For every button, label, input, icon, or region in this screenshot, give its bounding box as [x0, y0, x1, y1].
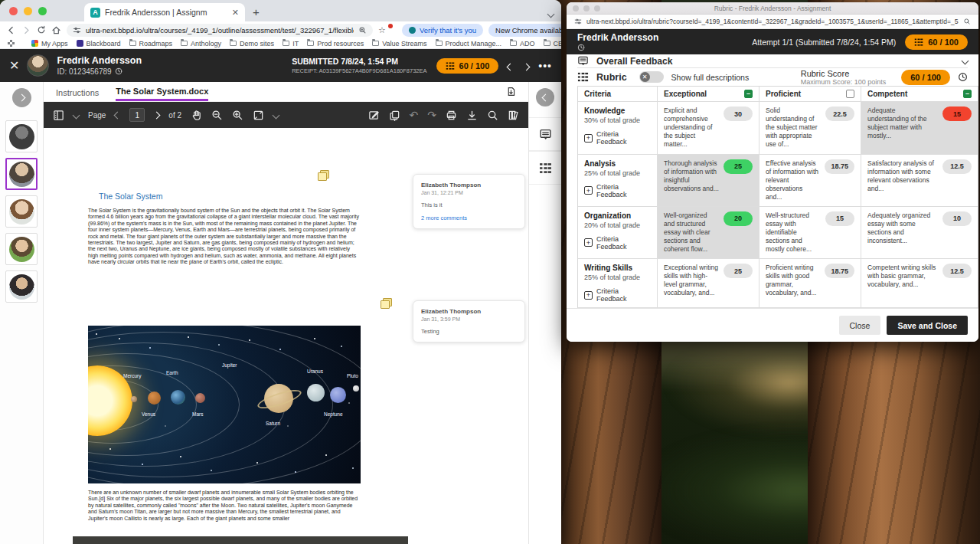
forward-icon[interactable] [21, 25, 31, 35]
student-tile-1[interactable] [5, 120, 38, 152]
redo-icon[interactable]: ↷ [427, 110, 436, 120]
add-feedback-icon[interactable]: + [584, 134, 593, 143]
site-settings-icon[interactable] [574, 18, 582, 25]
fit-chevron-icon[interactable] [273, 110, 279, 120]
download-file-icon[interactable] [506, 87, 516, 97]
maximize-window-button[interactable] [38, 7, 47, 15]
previous-page-icon[interactable] [115, 110, 120, 120]
history-clock-icon[interactable] [577, 44, 658, 51]
bookmark-folder[interactable]: Value Streams [372, 40, 426, 48]
zoom-page-icon[interactable] [963, 18, 971, 25]
browser-tab[interactable]: A Fredrik Andersson | Assignm ✕ [84, 3, 245, 21]
apps-grid-icon[interactable] [8, 40, 15, 47]
close-window-button[interactable] [9, 7, 18, 15]
maximize-window-button[interactable] [594, 5, 600, 11]
level-cell[interactable]: Satisfactory analysis of information wit… [861, 155, 978, 206]
bookmark-folder[interactable]: Demo sites [230, 40, 274, 48]
thumbnails-panel-icon[interactable] [53, 110, 64, 121]
level-cell[interactable]: Solid understanding of the subject matte… [760, 102, 861, 153]
rubric-panel-icon[interactable] [529, 151, 562, 185]
library-icon[interactable] [508, 110, 519, 121]
add-feedback-icon[interactable]: + [584, 186, 593, 195]
bookmark-folder[interactable]: Anthology [181, 40, 221, 48]
points-pill[interactable]: 30 [724, 107, 753, 121]
bookmark-blackboard[interactable]: Blackboard [77, 40, 121, 48]
column-checkbox-indeterminate[interactable]: – [963, 90, 972, 98]
criteria-feedback-button[interactable]: +Criteria Feedback [584, 235, 651, 251]
grade-pill[interactable]: 60 / 100 [436, 58, 499, 74]
level-cell[interactable]: Well-structured essay with identifiable … [760, 207, 861, 258]
save-and-close-button[interactable]: Save and Close [887, 316, 968, 335]
popup-address-bar[interactable]: ultra-next.bbpd.io/ultra/rubric?courseId… [567, 15, 978, 29]
comment-marker-icon[interactable] [318, 170, 328, 179]
level-cell[interactable]: Effective analysis of information with r… [760, 155, 861, 206]
score-history-icon[interactable] [958, 72, 968, 82]
points-pill[interactable]: 18.75 [825, 264, 854, 278]
verify-identity-button[interactable]: Verify that it's you [402, 24, 483, 37]
minimize-window-button[interactable] [24, 7, 32, 15]
criteria-feedback-button[interactable]: +Criteria Feedback [584, 287, 651, 303]
student-tile-3[interactable] [5, 195, 38, 228]
home-icon[interactable] [51, 25, 61, 35]
reload-icon[interactable] [37, 25, 46, 34]
bookmark-folder[interactable]: ADO [510, 40, 535, 48]
minimize-window-button[interactable] [583, 5, 590, 11]
fit-to-page-icon[interactable] [253, 110, 264, 121]
level-cell-selected[interactable]: Thorough analysis of information with in… [658, 155, 760, 206]
level-cell[interactable]: Exceptional writing skills with high-lev… [658, 259, 760, 307]
more-comments-link[interactable]: 2 more comments [421, 215, 517, 221]
grade-pill[interactable]: 60 / 100 [905, 34, 968, 50]
points-pill[interactable]: 12.5 [942, 264, 972, 278]
address-bar[interactable]: ultra-next.bbpd.io/ultra/courses/_4199_1… [67, 24, 373, 37]
previous-student-icon[interactable] [508, 59, 513, 72]
popup-window-controls[interactable] [573, 5, 600, 11]
comment-card[interactable]: Elizabeth Thompson Jan 31, 3:59 PM Testi… [413, 300, 525, 342]
level-cell[interactable]: Proficient writing skills with good gram… [760, 259, 861, 307]
next-student-icon[interactable] [524, 59, 529, 72]
points-pill[interactable]: 15 [825, 211, 854, 226]
bookmark-folder[interactable]: CBE [544, 40, 561, 48]
level-cell[interactable]: Adequately organized essay with some sec… [861, 207, 978, 258]
level-cell[interactable]: Explicit and comprehensive understanding… [658, 102, 760, 153]
tab-search-icon[interactable] [548, 6, 554, 20]
panel-chevron-icon[interactable] [74, 110, 79, 120]
close-grading-icon[interactable]: ✕ [9, 58, 19, 73]
back-icon[interactable] [6, 25, 16, 35]
window-controls[interactable] [9, 7, 47, 15]
zoom-in-icon[interactable] [232, 110, 243, 121]
points-pill-selected[interactable]: 15 [942, 107, 972, 121]
bookmark-my-apps[interactable]: My Apps [31, 40, 68, 48]
points-pill[interactable]: 22.5 [825, 107, 854, 121]
column-checkbox-empty[interactable] [846, 90, 854, 98]
pan-tool-icon[interactable] [191, 110, 202, 121]
comment-card[interactable]: Elizabeth Thompson Jan 31, 12:21 PM This… [413, 174, 525, 229]
level-cell[interactable]: Competent writing skills with basic gram… [861, 259, 978, 307]
copy-content-icon[interactable] [389, 110, 400, 121]
print-icon[interactable] [446, 110, 457, 121]
more-options-icon[interactable]: ••• [538, 60, 552, 72]
bookmark-folder[interactable]: Product Manage... [436, 40, 502, 48]
show-descriptions-toggle[interactable]: ✕ [639, 71, 664, 83]
page-number-input[interactable]: 1 [129, 108, 145, 122]
level-cell-selected[interactable]: Adequate understanding of the subject ma… [861, 102, 978, 153]
bookmark-folder[interactable]: IT [283, 40, 299, 48]
bookmark-star-icon[interactable]: ☆ [378, 25, 386, 35]
comment-marker-icon[interactable] [381, 298, 390, 307]
bookmark-folder[interactable]: Prod resources [307, 40, 364, 48]
points-pill[interactable]: 25 [724, 264, 753, 278]
overall-feedback-section[interactable]: Overall Feedback [577, 54, 968, 68]
search-document-icon[interactable] [487, 110, 498, 121]
site-settings-icon[interactable] [73, 26, 81, 34]
close-window-button[interactable] [573, 5, 579, 11]
points-pill-selected[interactable]: 20 [724, 211, 753, 226]
tab-instructions[interactable]: Instructions [56, 84, 99, 100]
document-viewer[interactable]: The Solar System The Solar System is the… [44, 128, 528, 544]
collapse-panel-button[interactable] [536, 88, 554, 107]
chrome-update-button[interactable]: New Chrome available ⋮ [488, 24, 561, 37]
student-tile-2-selected[interactable] [5, 158, 38, 190]
criteria-feedback-button[interactable]: +Criteria Feedback [584, 183, 651, 198]
student-tile-4[interactable] [5, 233, 38, 265]
points-pill[interactable]: 18.75 [825, 159, 854, 174]
add-feedback-icon[interactable]: + [584, 238, 593, 247]
tab-document[interactable]: The Solar System.docx [116, 82, 208, 101]
